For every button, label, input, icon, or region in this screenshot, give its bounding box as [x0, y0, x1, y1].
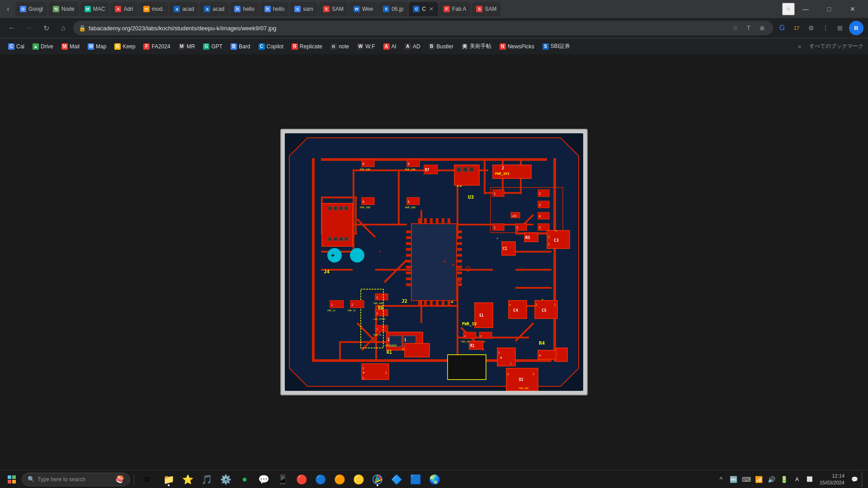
tab-t9[interactable]: hhello: [260, 2, 289, 16]
task-view-button[interactable]: ⧉: [138, 471, 156, 488]
pinned-app-11[interactable]: 🟡: [349, 471, 368, 488]
tray-network-icon[interactable]: 📶: [754, 474, 764, 485]
google-account-button[interactable]: G: [776, 22, 788, 34]
pinned-app-kicad[interactable]: 🟦: [406, 471, 425, 488]
svg-rect-114: [406, 230, 411, 233]
bookmark-b2[interactable]: ▲Drive: [29, 42, 57, 52]
pinned-app-2[interactable]: ⭐: [179, 471, 197, 488]
bookmark-b14[interactable]: AAI: [380, 42, 400, 52]
start-button[interactable]: [4, 471, 20, 488]
bookmark-b13[interactable]: WW.F: [354, 42, 378, 52]
home-button[interactable]: ⌂: [56, 21, 71, 35]
bookmark-b9[interactable]: BBard: [227, 42, 254, 52]
tray-keyboard-icon[interactable]: ⌨: [741, 474, 752, 485]
bookmark-label-b19: SBI証券: [551, 42, 570, 50]
ext-settings-button[interactable]: ⚙: [805, 22, 817, 34]
svg-rect-54: [334, 237, 337, 241]
extensions-button[interactable]: ⋮: [819, 22, 832, 34]
tab-t5[interactable]: mmod.: [139, 2, 169, 16]
bookmark-b10[interactable]: CCopilot: [255, 42, 287, 52]
maximize-button[interactable]: □: [819, 2, 839, 16]
bookmark-b12[interactable]: nnote: [327, 42, 353, 52]
tray-ime-icon[interactable]: 🔤: [728, 474, 739, 485]
tray-expand-icon[interactable]: ^: [716, 474, 726, 485]
tray-ime2-icon[interactable]: ⬜: [804, 474, 815, 485]
pinned-app-files[interactable]: 📁: [160, 471, 178, 488]
pinned-app-chrome[interactable]: [368, 471, 387, 488]
svg-rect-133: [457, 283, 462, 286]
pinned-app-3[interactable]: 🎵: [198, 471, 216, 488]
ext-extra-button[interactable]: ⊞: [834, 22, 846, 34]
notification-icon[interactable]: 💬: [849, 474, 860, 485]
tab-close-t14[interactable]: ✕: [429, 6, 434, 12]
tray-a-icon[interactable]: A: [792, 474, 802, 485]
pinned-app-settings[interactable]: ⚙️: [217, 471, 235, 488]
bookmark-b3[interactable]: MMail: [58, 42, 83, 52]
bookmark-b15[interactable]: AAD: [401, 42, 424, 52]
pinned-app-line[interactable]: 💬: [255, 471, 273, 488]
svg-text:J2: J2: [401, 298, 407, 304]
bookmark-b17[interactable]: 美美術手帖: [458, 41, 495, 52]
bookmarks-folder-label[interactable]: すべてのブックマーク: [809, 42, 863, 50]
svg-text:C4: C4: [513, 308, 518, 313]
bookmark-b7[interactable]: MMR: [175, 42, 199, 52]
pinned-app-whatsapp[interactable]: 📱: [274, 471, 292, 488]
translate-icon[interactable]: T: [743, 23, 754, 33]
tray-volume-icon[interactable]: 🔊: [766, 474, 777, 485]
chrome-icon: [373, 474, 382, 484]
url-bar[interactable]: 🔒 fabacademy.org/2023/labs/kochi/student…: [73, 21, 773, 35]
minimize-button[interactable]: —: [796, 2, 816, 16]
show-desktop-button[interactable]: [862, 471, 864, 488]
tab-t6[interactable]: aacad: [169, 2, 198, 16]
tab-t4[interactable]: AAdri: [110, 2, 137, 16]
bookmark-favicon-b14: A: [383, 43, 390, 50]
svg-text:+: +: [331, 252, 335, 259]
tray-battery-icon[interactable]: 🔋: [779, 474, 790, 485]
bookmark-b18[interactable]: NNewsPicks: [496, 42, 538, 52]
bookmark-b6[interactable]: FFA2024: [140, 42, 174, 52]
tab-t14[interactable]: CC✕: [409, 2, 438, 16]
tab-t8[interactable]: hhello: [230, 2, 259, 16]
ext-17-button[interactable]: 17: [790, 22, 803, 34]
tab-scroll-left-button[interactable]: ‹: [2, 3, 14, 15]
back-button[interactable]: ←: [5, 21, 19, 35]
pinned-app-9[interactable]: 🔵: [311, 471, 330, 488]
tab-t16[interactable]: SSAM: [472, 2, 501, 16]
svg-text:C3: C3: [554, 238, 559, 243]
tab-t7[interactable]: aacad: [199, 2, 229, 16]
tab-t13[interactable]: 006.jp: [378, 2, 408, 16]
bookmark-b8[interactable]: GGPT: [199, 42, 226, 52]
pinned-app-vscode[interactable]: 🔷: [387, 471, 406, 488]
svg-rect-53: [328, 237, 332, 241]
pinned-app-10[interactable]: 🟠: [330, 471, 349, 488]
bookmark-b5[interactable]: KKeep: [111, 42, 139, 52]
pinned-app-browser2[interactable]: 🌏: [425, 471, 443, 488]
profile-button[interactable]: R: [849, 21, 863, 35]
svg-text:6: 6: [363, 200, 364, 204]
tab-t3[interactable]: MMAC: [80, 2, 110, 16]
bookmark-b19[interactable]: SSBI証券: [539, 41, 574, 52]
svg-rect-134: [418, 218, 421, 224]
pinned-app-8[interactable]: 🔴: [292, 471, 311, 488]
bookmark-b1[interactable]: CCal: [5, 42, 28, 52]
bookmark-b11[interactable]: RReplicate: [288, 42, 326, 52]
tab-t2[interactable]: NNode: [48, 2, 79, 16]
tab-t10[interactable]: ssam: [290, 2, 318, 16]
bookmark-label-b6: FA2024: [151, 43, 170, 50]
bookmark-star-icon[interactable]: ☆: [730, 23, 741, 33]
bookmark-b16[interactable]: BBustler: [425, 42, 457, 52]
close-button[interactable]: ✕: [843, 2, 863, 16]
new-tab-button[interactable]: +: [782, 3, 795, 15]
bookmark-b4[interactable]: MMap: [84, 42, 110, 52]
tab-t15[interactable]: FFab A: [439, 2, 471, 16]
tab-t12[interactable]: WWee: [349, 2, 377, 16]
pinned-app-spotify[interactable]: ●: [236, 471, 254, 488]
bookmarks-more-button[interactable]: »: [795, 42, 804, 52]
tab-t1[interactable]: GGoogl: [15, 2, 47, 16]
refresh-button[interactable]: ↻: [39, 21, 53, 35]
tab-t11[interactable]: SSAM: [319, 2, 348, 16]
extension-icon[interactable]: ⊕: [757, 23, 768, 33]
taskbar-search-box[interactable]: 🔍 Type here to search 🍣: [22, 473, 130, 486]
clock-display[interactable]: 12:14 15/03/2024: [817, 473, 847, 486]
forward-button[interactable]: →: [22, 21, 36, 35]
